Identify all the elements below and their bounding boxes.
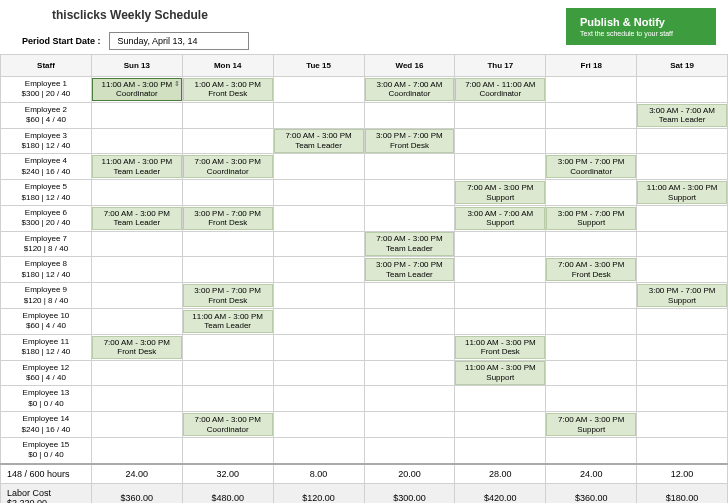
shift-block[interactable]: 7:00 AM - 3:00 PMCoordinator — [183, 413, 273, 436]
schedule-cell[interactable]: 11:00 AM - 3:00 PMSupport — [455, 360, 546, 386]
shift-block[interactable]: 3:00 PM - 7:00 PMCoordinator — [546, 155, 636, 178]
schedule-cell[interactable] — [182, 180, 273, 206]
schedule-cell[interactable] — [637, 154, 728, 180]
schedule-cell[interactable] — [91, 231, 182, 257]
schedule-cell[interactable] — [364, 102, 455, 128]
schedule-cell[interactable] — [182, 128, 273, 154]
schedule-cell[interactable] — [546, 334, 637, 360]
schedule-cell[interactable] — [273, 412, 364, 438]
schedule-cell[interactable] — [273, 283, 364, 309]
schedule-cell[interactable] — [273, 309, 364, 335]
schedule-cell[interactable] — [546, 77, 637, 103]
schedule-cell[interactable] — [364, 334, 455, 360]
shift-block[interactable]: 3:00 PM - 7:00 PMFront Desk — [183, 284, 273, 307]
schedule-cell[interactable]: 11:00 AM - 3:00 PMCoordinator⇕ — [91, 77, 182, 103]
shift-block[interactable]: 3:00 AM - 7:00 AMCoordinator — [365, 78, 455, 101]
shift-block[interactable]: 3:00 PM - 7:00 PMSupport — [546, 207, 636, 230]
schedule-cell[interactable] — [637, 386, 728, 412]
schedule-cell[interactable] — [455, 412, 546, 438]
schedule-cell[interactable] — [455, 128, 546, 154]
shift-block[interactable]: 7:00 AM - 3:00 PMFront Desk — [92, 336, 182, 359]
schedule-cell[interactable] — [273, 334, 364, 360]
schedule-cell[interactable] — [455, 437, 546, 463]
schedule-cell[interactable] — [364, 283, 455, 309]
schedule-cell[interactable] — [273, 205, 364, 231]
schedule-cell[interactable] — [364, 309, 455, 335]
schedule-cell[interactable] — [637, 412, 728, 438]
schedule-cell[interactable] — [273, 437, 364, 463]
employee-cell[interactable]: Employee 15$0 | 0 / 40 — [1, 437, 92, 463]
schedule-cell[interactable] — [455, 231, 546, 257]
employee-cell[interactable]: Employee 1$300 | 20 / 40 — [1, 77, 92, 103]
shift-block[interactable]: 7:00 AM - 3:00 PMTeam Leader — [365, 232, 455, 255]
employee-cell[interactable]: Employee 4$240 | 16 / 40 — [1, 154, 92, 180]
schedule-cell[interactable]: 3:00 AM - 7:00 AMTeam Leader — [637, 102, 728, 128]
shift-block[interactable]: 3:00 PM - 7:00 PMTeam Leader — [365, 258, 455, 281]
schedule-cell[interactable]: 7:00 AM - 3:00 PMSupport — [455, 180, 546, 206]
schedule-cell[interactable]: 7:00 AM - 3:00 PMSupport — [546, 412, 637, 438]
employee-cell[interactable]: Employee 7$120 | 8 / 40 — [1, 231, 92, 257]
schedule-cell[interactable]: 7:00 AM - 3:00 PMFront Desk — [91, 334, 182, 360]
schedule-cell[interactable]: 11:00 AM - 3:00 PMTeam Leader — [182, 309, 273, 335]
schedule-cell[interactable]: 7:00 AM - 3:00 PMTeam Leader — [91, 205, 182, 231]
shift-block[interactable]: 7:00 AM - 3:00 PMTeam Leader — [274, 129, 364, 152]
schedule-cell[interactable] — [546, 128, 637, 154]
schedule-cell[interactable]: 3:00 AM - 7:00 AMCoordinator — [364, 77, 455, 103]
schedule-cell[interactable]: 7:00 AM - 3:00 PMCoordinator — [182, 154, 273, 180]
schedule-cell[interactable] — [182, 334, 273, 360]
employee-cell[interactable]: Employee 8$180 | 12 / 40 — [1, 257, 92, 283]
publish-button[interactable]: Publish & Notify Text the schedule to yo… — [566, 8, 716, 45]
schedule-cell[interactable] — [91, 412, 182, 438]
employee-cell[interactable]: Employee 14$240 | 16 / 40 — [1, 412, 92, 438]
schedule-cell[interactable] — [546, 283, 637, 309]
shift-block[interactable]: 7:00 AM - 3:00 PMFront Desk — [546, 258, 636, 281]
drag-handle-icon[interactable]: ⇕ — [174, 80, 180, 88]
schedule-cell[interactable] — [91, 180, 182, 206]
shift-block[interactable]: 7:00 AM - 3:00 PMCoordinator — [183, 155, 273, 178]
schedule-cell[interactable] — [546, 360, 637, 386]
schedule-cell[interactable]: 3:00 PM - 7:00 PMCoordinator — [546, 154, 637, 180]
schedule-cell[interactable]: 3:00 AM - 7:00 AMSupport — [455, 205, 546, 231]
schedule-cell[interactable]: 11:00 AM - 3:00 PMSupport — [637, 180, 728, 206]
schedule-cell[interactable]: 3:00 PM - 7:00 PMTeam Leader — [364, 257, 455, 283]
schedule-cell[interactable] — [91, 386, 182, 412]
employee-cell[interactable]: Employee 2$60 | 4 / 40 — [1, 102, 92, 128]
employee-cell[interactable]: Employee 11$180 | 12 / 40 — [1, 334, 92, 360]
schedule-cell[interactable] — [273, 257, 364, 283]
schedule-cell[interactable] — [637, 231, 728, 257]
schedule-cell[interactable] — [637, 334, 728, 360]
schedule-cell[interactable] — [273, 154, 364, 180]
schedule-cell[interactable] — [273, 180, 364, 206]
employee-cell[interactable]: Employee 10$60 | 4 / 40 — [1, 309, 92, 335]
employee-cell[interactable]: Employee 13$0 | 0 / 40 — [1, 386, 92, 412]
schedule-cell[interactable] — [182, 360, 273, 386]
schedule-cell[interactable]: 7:00 AM - 3:00 PMFront Desk — [546, 257, 637, 283]
schedule-cell[interactable] — [455, 257, 546, 283]
shift-block[interactable]: 11:00 AM - 3:00 PMTeam Leader — [92, 155, 182, 178]
schedule-cell[interactable]: 11:00 AM - 3:00 PMFront Desk — [455, 334, 546, 360]
schedule-cell[interactable] — [91, 437, 182, 463]
employee-cell[interactable]: Employee 9$120 | 8 / 40 — [1, 283, 92, 309]
schedule-cell[interactable]: 7:00 AM - 3:00 PMTeam Leader — [364, 231, 455, 257]
schedule-cell[interactable]: 1:00 AM - 3:00 PMFront Desk — [182, 77, 273, 103]
schedule-cell[interactable] — [637, 309, 728, 335]
shift-block[interactable]: 11:00 AM - 3:00 PMSupport — [637, 181, 727, 204]
schedule-cell[interactable]: 3:00 PM - 7:00 PMFront Desk — [182, 205, 273, 231]
schedule-cell[interactable] — [91, 309, 182, 335]
schedule-cell[interactable] — [182, 257, 273, 283]
schedule-cell[interactable] — [546, 309, 637, 335]
schedule-cell[interactable]: 3:00 PM - 7:00 PMFront Desk — [364, 128, 455, 154]
shift-block[interactable]: 11:00 AM - 3:00 PMFront Desk — [455, 336, 545, 359]
shift-block[interactable]: 7:00 AM - 3:00 PMSupport — [546, 413, 636, 436]
schedule-cell[interactable] — [455, 386, 546, 412]
schedule-cell[interactable] — [182, 231, 273, 257]
employee-cell[interactable]: Employee 5$180 | 12 / 40 — [1, 180, 92, 206]
schedule-cell[interactable] — [637, 205, 728, 231]
schedule-cell[interactable]: 3:00 PM - 7:00 PMSupport — [637, 283, 728, 309]
schedule-cell[interactable] — [546, 386, 637, 412]
shift-block[interactable]: 7:00 AM - 11:00 AMCoordinator — [455, 78, 545, 101]
schedule-cell[interactable] — [364, 180, 455, 206]
schedule-cell[interactable] — [182, 386, 273, 412]
schedule-cell[interactable]: 7:00 AM - 11:00 AMCoordinator — [455, 77, 546, 103]
schedule-cell[interactable] — [455, 309, 546, 335]
